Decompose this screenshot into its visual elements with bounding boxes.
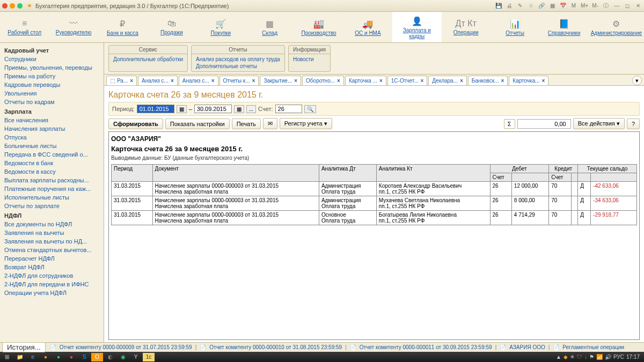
report-body[interactable]: ООО "АЗАРИЯ" Карточка счета 26 за 9 меся… — [108, 131, 640, 340]
help-button[interactable]: ? — [627, 119, 640, 129]
ie-icon[interactable]: e — [27, 353, 39, 361]
max-icon[interactable]: ◻ — [624, 2, 631, 10]
link-icon[interactable]: 🔗 — [538, 2, 545, 10]
sidebar-item[interactable]: Начисления зарплаты — [0, 124, 104, 133]
tab[interactable]: Отчеты к...× — [219, 76, 259, 85]
form-button[interactable]: Сформировать — [108, 119, 163, 129]
tab-close-icon[interactable]: × — [420, 78, 423, 84]
tab[interactable]: Банковск...× — [468, 76, 508, 85]
app6-icon[interactable]: ◉ — [117, 353, 129, 361]
nav-item[interactable]: 📊Отчеты — [491, 12, 539, 42]
start-button[interactable]: ⊞ — [1, 353, 13, 361]
sidebar-item[interactable]: Перерасчет НДФЛ — [0, 254, 104, 263]
sidebar-item[interactable]: Отпуска — [0, 133, 104, 142]
settings-button[interactable]: Показать настройки — [165, 119, 230, 129]
service-link[interactable]: Анализ расходов на оплату труда — [196, 56, 280, 63]
sidebar-item[interactable]: Приемы на работу — [0, 72, 104, 80]
account-lookup-icon[interactable]: 🔍 — [304, 105, 316, 113]
statusbar-link[interactable]: Отчет комитенту 0000-000009 от 31.07.201… — [60, 344, 192, 350]
nav-item[interactable]: 📘Справочники — [539, 12, 588, 42]
tab-close-icon[interactable]: × — [379, 78, 383, 84]
clock[interactable]: 17:17 — [626, 354, 640, 360]
sidebar-item[interactable]: Отчеты по кадрам — [0, 98, 104, 106]
close-win-icon[interactable]: ✕ — [634, 2, 642, 10]
print-button[interactable]: Печать — [232, 119, 261, 129]
m-icon[interactable]: M — [570, 2, 577, 10]
account-input[interactable] — [275, 105, 302, 113]
app5-icon[interactable]: ◐ — [104, 353, 116, 361]
favorite-icon[interactable]: ☆ — [527, 2, 535, 10]
sidebar-item[interactable]: 2-НДФЛ для передачи в ИФНС — [0, 280, 104, 289]
1c-icon[interactable]: 1c — [143, 353, 155, 361]
tab-close-icon[interactable]: × — [460, 78, 463, 84]
table-row[interactable]: 31.03.2015 Начисление зарплаты 0000-0000… — [112, 211, 637, 225]
tab-close-icon[interactable]: × — [501, 78, 504, 84]
register-button[interactable]: Регистр учета ▾ — [280, 118, 332, 129]
app3-icon[interactable]: ● — [65, 353, 77, 361]
sigma-icon[interactable]: Σ — [504, 119, 515, 129]
tab[interactable]: Анализ с...× — [138, 76, 178, 85]
nav-item[interactable]: 🛍Продажи — [147, 12, 196, 42]
statusbar-link[interactable]: Отчет комитенту 0000-000010 от 31.08.201… — [209, 344, 342, 350]
sidebar-item[interactable]: Платежные поручения на каж... — [0, 184, 104, 193]
sidebar-item[interactable]: Возврат НДФЛ — [0, 263, 104, 271]
tray-icon[interactable]: ☀ — [570, 354, 575, 360]
tray-icon[interactable]: ↓ — [584, 354, 587, 360]
sidebar-item[interactable]: Ведомости в кассу — [0, 167, 104, 176]
minimize-icon[interactable] — [10, 3, 15, 9]
app7-icon[interactable]: Y — [130, 353, 142, 361]
tab-close-icon[interactable]: × — [211, 78, 215, 84]
save-icon[interactable]: 💾 — [495, 2, 502, 10]
sidebar-item[interactable]: Исполнительные листы — [0, 193, 104, 202]
period-select-button[interactable]: ... — [246, 105, 256, 113]
tab-close-icon[interactable]: × — [252, 78, 255, 84]
lang-indicator[interactable]: РУС — [613, 354, 624, 360]
app1-icon[interactable]: ● — [40, 353, 52, 361]
nav-item[interactable]: 〰Руководителю — [49, 12, 98, 42]
network-icon[interactable]: 📶 — [596, 354, 603, 360]
table-row[interactable]: 31.03.2015 Начисление зарплаты 0000-0000… — [112, 196, 637, 211]
nav-item[interactable]: ₽Банк и касса — [98, 12, 147, 42]
sidebar-item[interactable]: Ведомости в банк — [0, 159, 104, 167]
sidebar-item[interactable]: 2-НДФЛ для сотрудников — [0, 271, 104, 280]
tab[interactable]: ⬚Ра...× — [106, 76, 137, 85]
tab[interactable]: Закрытие...× — [260, 76, 301, 85]
m-plus-icon[interactable]: M+ — [581, 2, 588, 10]
statusbar-link[interactable]: АЗАРИЯ ООО — [509, 344, 545, 350]
sidebar-item[interactable]: Отмена стандартных вычетов... — [0, 246, 104, 254]
tab[interactable]: Деклара...× — [428, 76, 467, 85]
tab[interactable]: Оборотно...× — [302, 76, 344, 85]
sidebar-item[interactable]: Все документы по НДФЛ — [0, 220, 104, 228]
service-link[interactable]: Дополнительные обработки — [113, 56, 183, 63]
nav-item[interactable]: 🛒Покупки — [196, 12, 245, 42]
nav-item[interactable]: ⚙Администрирование — [589, 12, 644, 42]
service-link[interactable]: Новости — [293, 56, 326, 63]
maximize-icon[interactable] — [17, 3, 23, 9]
tab-close-icon[interactable]: × — [130, 78, 133, 84]
skype-icon[interactable]: S — [78, 353, 90, 361]
volume-icon[interactable]: 🔊 — [605, 354, 611, 360]
print-icon[interactable]: 🖨 — [506, 2, 513, 10]
date-to-input[interactable] — [194, 105, 232, 113]
tab-close-icon[interactable]: × — [171, 78, 174, 84]
explorer-icon[interactable]: 📁 — [14, 353, 26, 361]
sidebar-item[interactable]: Кадровые переводы — [0, 80, 104, 89]
table-row[interactable]: 31.03.2015 Начисление зарплаты 0000-0000… — [112, 182, 637, 196]
app4-icon[interactable]: O — [91, 353, 103, 361]
tray-icon[interactable]: ◆ — [564, 354, 568, 360]
info-icon[interactable]: ⓘ — [602, 2, 610, 10]
sidebar-item[interactable]: Передача в ФСС сведений о... — [0, 150, 104, 159]
sidebar-item[interactable]: Больничные листы — [0, 142, 104, 150]
nav-item[interactable]: 👤Зарплата и кадры — [392, 12, 441, 42]
sidebar-item[interactable]: Выплата зарплаты расходны... — [0, 176, 104, 184]
tab-close-icon[interactable]: × — [542, 78, 545, 84]
all-actions-button[interactable]: Все действия ▾ — [573, 118, 625, 129]
sidebar-item[interactable]: Отчеты по зарплате — [0, 202, 104, 210]
calendar-to-icon[interactable]: ▦ — [234, 105, 244, 113]
calendar-from-icon[interactable]: ▦ — [177, 105, 187, 113]
statusbar-link[interactable]: Отчет комитенту 0000-000011 от 30.09.201… — [360, 344, 492, 350]
calendar-icon[interactable]: 📅 — [559, 2, 567, 10]
sidebar-item[interactable]: Приемы, увольнения, переводы — [0, 63, 104, 72]
tab[interactable]: 1С-Отчет...× — [387, 76, 428, 85]
nav-item[interactable]: 🚚ОС и НМА — [343, 12, 392, 42]
